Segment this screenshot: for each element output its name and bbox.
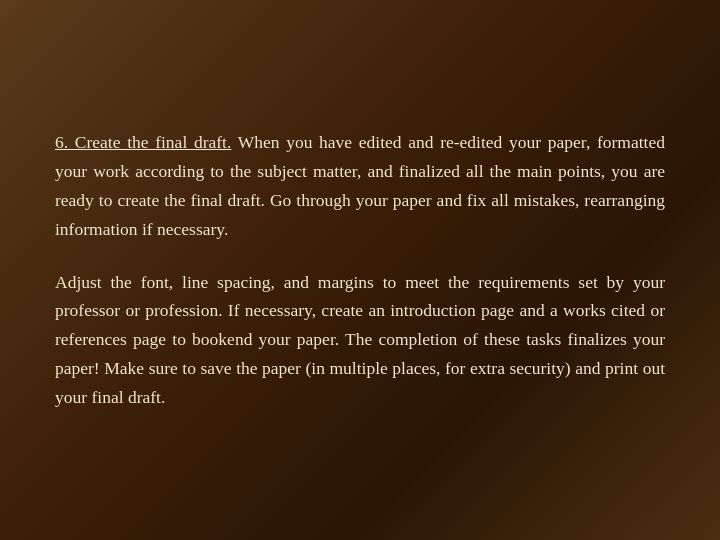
paragraph-1: 6. Create the final draft. When you have… <box>55 128 665 244</box>
paragraph-2: Adjust the font, line spacing, and margi… <box>55 268 665 412</box>
content-box: 6. Create the final draft. When you have… <box>20 98 700 442</box>
paragraph-1-heading: 6. Create the final draft. <box>55 132 231 152</box>
